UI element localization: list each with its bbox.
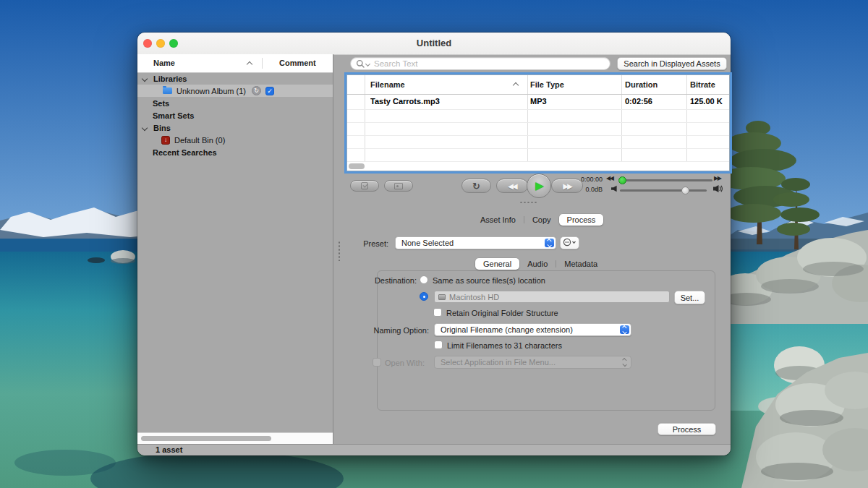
column-header-filename[interactable]: Filename [370, 75, 405, 94]
row-divider [347, 161, 729, 162]
picture-icon [394, 183, 403, 189]
destination-path-value: Macintosh HD [449, 293, 499, 301]
tab-asset-info[interactable]: Asset Info [472, 214, 524, 226]
play-button[interactable]: ▶ [527, 174, 551, 198]
preset-actions-button[interactable] [560, 236, 579, 249]
sidebar-column-header[interactable]: Name Comment [137, 54, 333, 73]
desktop: Untitled Name Comment Libraries Unknown … [0, 0, 868, 488]
search-displayed-assets-button[interactable]: Search in Displayed Assets [617, 57, 727, 70]
column-header-duration[interactable]: Duration [625, 75, 658, 94]
limit-filenames-label[interactable]: Limit Filenames to 31 characters [447, 341, 562, 350]
subtab-metadata[interactable]: Metadata [556, 258, 605, 270]
sidebar-horizontal-scrollbar[interactable] [137, 432, 333, 444]
destination-path-field[interactable]: Macintosh HD [434, 291, 670, 303]
sidebar-item-libraries[interactable]: Libraries [137, 72, 333, 85]
tab-copy[interactable]: Copy [524, 214, 559, 226]
tab-process[interactable]: Process [559, 214, 604, 226]
search-input[interactable] [350, 57, 610, 70]
checkmark-icon [361, 182, 368, 189]
popup-stepper-icon [620, 358, 629, 367]
title-bar[interactable]: Untitled [137, 33, 731, 55]
mark-button[interactable] [350, 180, 379, 192]
loop-icon: ↻ [472, 181, 480, 192]
column-header-file-type[interactable]: File Type [530, 75, 564, 94]
subtab-audio[interactable]: Audio [519, 258, 556, 270]
scrollbar-thumb[interactable] [141, 436, 271, 441]
volume-knob[interactable] [681, 187, 689, 194]
folder-icon [163, 87, 172, 94]
set-destination-button[interactable]: Set... [674, 291, 705, 304]
name-column-header[interactable]: Name [153, 54, 175, 72]
volume-display: 0.0dB [550, 186, 603, 193]
skip-to-end-icon[interactable]: ▶▶ [714, 175, 720, 181]
main-tab-bar: Asset Info Copy Process [472, 213, 603, 226]
row-divider [347, 109, 729, 110]
sidebar-item-sets[interactable]: Sets [137, 97, 333, 109]
limit-filenames-checkbox[interactable] [434, 341, 443, 349]
same-source-radio[interactable] [420, 275, 428, 284]
scrubber-track[interactable] [620, 179, 712, 181]
preset-label: Preset: [333, 239, 388, 248]
open-with-checkbox [373, 358, 381, 367]
sidebar-item-bins[interactable]: Bins [137, 121, 333, 134]
scrubber-knob[interactable] [618, 176, 626, 184]
rewind-icon: ◀◀ [508, 182, 516, 190]
sort-ascending-icon [247, 61, 252, 67]
skip-to-start-icon[interactable]: ◀◀ [606, 175, 613, 181]
album-checkbox[interactable]: ✓ [265, 87, 274, 95]
volume-track[interactable] [620, 189, 707, 192]
cell-filename[interactable]: Tasty Carrots.mp3 [370, 94, 522, 109]
disclosure-chevron-icon[interactable] [142, 75, 148, 81]
process-subtab-bar: General Audio Metadata [475, 257, 605, 270]
tree-label: Libraries [153, 74, 187, 83]
sidebar-item-default-bin[interactable]: ↓ Default Bin (0) [137, 134, 333, 146]
disclosure-chevron-icon[interactable] [142, 124, 148, 130]
comment-column-header[interactable]: Comment [279, 54, 316, 72]
popup-stepper-icon [545, 239, 554, 247]
column-header-bitrate[interactable]: Bitrate [690, 75, 715, 94]
subtab-general[interactable]: General [475, 258, 519, 270]
disk-icon [438, 294, 446, 300]
popup-stepper-icon [620, 325, 629, 334]
same-source-option-label[interactable]: Same as source files(s) location [433, 276, 545, 285]
library-sidebar: Name Comment Libraries Unknown Album (1)… [137, 54, 333, 444]
tree-label: Recent Searches [153, 148, 217, 157]
retain-structure-checkbox[interactable] [433, 308, 442, 317]
bin-icon: ↓ [161, 136, 170, 145]
volume-max-icon[interactable] [712, 184, 723, 193]
asset-count: 1 asset [156, 445, 182, 454]
sidebar-item-unknown-album[interactable]: Unknown Album (1) ↻ ✓ [137, 85, 333, 97]
open-with-value: Select Application in File Menu... [441, 358, 556, 367]
main-panel: Search in Displayed Assets Filename File… [333, 54, 731, 444]
custom-destination-radio[interactable] [420, 292, 428, 301]
open-with-popup: Select Application in File Menu... [434, 356, 631, 369]
preset-popup[interactable]: None Selected [395, 236, 556, 249]
window-title: Untitled [137, 33, 731, 54]
rewind-button[interactable]: ◀◀ [496, 179, 528, 193]
sync-icon[interactable]: ↻ [252, 86, 261, 95]
pane-resize-handle[interactable] [519, 201, 538, 204]
open-with-label: Open With: [385, 359, 425, 367]
naming-option-label: Naming Option: [333, 326, 429, 335]
tree-label: Bins [153, 124, 171, 132]
naming-option-popup[interactable]: Original Filename (change extension) [434, 323, 631, 336]
volume-min-icon[interactable] [610, 185, 618, 192]
retain-structure-label[interactable]: Retain Original Folder Structure [446, 309, 558, 317]
play-icon: ▶ [535, 179, 544, 192]
poster-frame-button[interactable] [384, 180, 413, 192]
column-divider[interactable] [262, 58, 263, 69]
process-button[interactable]: Process [658, 423, 716, 435]
destination-label: Destination: [333, 276, 417, 285]
loop-button[interactable]: ↻ [461, 179, 491, 193]
cell-duration[interactable]: 0:02:56 [625, 94, 683, 109]
sidebar-item-recent-searches[interactable]: Recent Searches [137, 146, 333, 158]
preset-value: None Selected [401, 239, 454, 247]
cell-bitrate[interactable]: 125.00 K [690, 94, 729, 109]
row-divider [347, 135, 729, 136]
asset-table[interactable]: Filename File Type Duration Bitrate Tast… [346, 74, 730, 171]
search-icon [356, 59, 365, 69]
table-horizontal-scrollbar-thumb[interactable] [349, 163, 365, 169]
cell-file-type[interactable]: MP3 [530, 94, 617, 109]
sidebar-item-smart-sets[interactable]: Smart Sets [137, 109, 333, 121]
more-actions-icon [563, 238, 576, 247]
